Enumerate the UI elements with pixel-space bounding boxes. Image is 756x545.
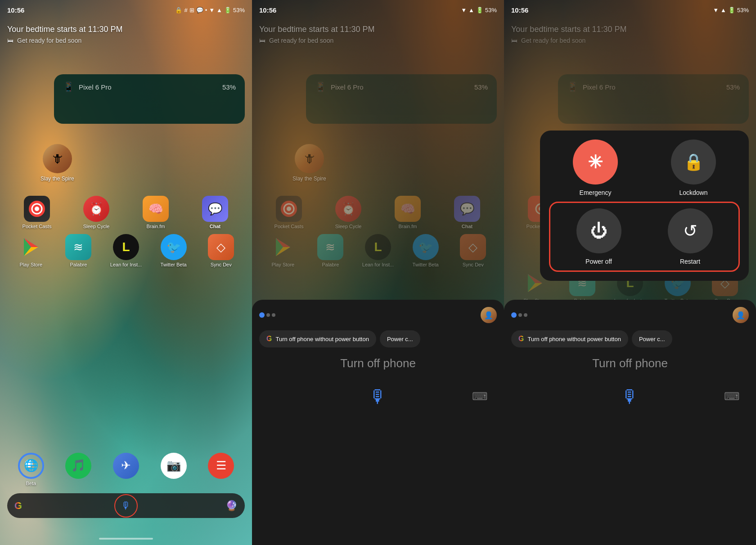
status-icons-1: 🔒 # ⊞ 💬 • ▼ ▲ 🔋 53% xyxy=(175,7,245,14)
lockdown-item[interactable]: 🔒 Lockdown xyxy=(647,140,740,196)
battery-widget-2: 📱 Pixel 6 Pro 53% xyxy=(306,74,497,124)
emergency-item[interactable]: ✳ Emergency xyxy=(549,140,642,196)
bedtime-sub-2: 🛏 Get ready for bed soon xyxy=(259,37,497,44)
restart-label: Restart xyxy=(680,258,700,265)
emergency-icon: ✳ xyxy=(588,152,603,172)
chat-icon: 💬 xyxy=(202,196,228,222)
assistant-mic-area-2: 🎙 ⌨ xyxy=(259,384,497,409)
app-sleep-2: ⏰ Sleep Cycle xyxy=(332,196,365,230)
chip-turn-off-2[interactable]: G Turn off phone without power button xyxy=(259,330,376,347)
bedtime-title-2: Your bedtime starts at 11:30 PM xyxy=(259,25,497,34)
app-play-store[interactable]: Play Store xyxy=(14,234,48,268)
palabre-icon: ≋ xyxy=(65,234,91,260)
svg-point-9 xyxy=(287,207,291,211)
slay-spire-app-2: 🗡 Slay the Spire xyxy=(292,144,326,182)
dock-relay[interactable]: ✈ xyxy=(113,453,139,486)
lean-label: Lean for Inst... xyxy=(110,262,142,268)
messenger-icon-1: 💬 xyxy=(196,7,203,14)
chip-power-2[interactable]: Power c... xyxy=(380,330,420,347)
brain-fm-label: Brain.fm xyxy=(147,224,165,230)
restart-item[interactable]: ↺ Restart xyxy=(647,208,733,265)
app-brain-fm[interactable]: 🧠 Brain.fm xyxy=(139,196,173,230)
assistant-dots-2 xyxy=(259,312,275,318)
lockdown-circle: 🔒 xyxy=(671,140,716,185)
lean-label-2: Lean for Inst... xyxy=(362,262,394,268)
assistant-mic-btn-2[interactable]: 🎙 xyxy=(365,384,391,409)
assistant-bar-1[interactable]: G 🎙 🔮 xyxy=(7,493,245,518)
app-chat[interactable]: 💬 Chat xyxy=(198,196,232,230)
app-lean[interactable]: L Lean for Inst... xyxy=(109,234,143,268)
pc-label-2: Pocket Casts xyxy=(274,224,304,230)
bed-icon-2: 🛏 xyxy=(259,37,266,44)
wifi-icon-2: ▼ xyxy=(461,7,467,14)
bed-icon-3: 🛏 xyxy=(511,37,518,44)
app-pocket-casts[interactable]: Pocket Casts xyxy=(20,196,54,230)
dot-blue xyxy=(259,312,265,318)
lean-icon: L xyxy=(113,234,139,260)
relay-icon: ✈ xyxy=(113,453,139,479)
dot-small xyxy=(266,313,270,317)
chip-label-power-3: Power c... xyxy=(639,336,665,342)
battery-icon-3: 🔋 xyxy=(728,7,735,14)
chat-label-2: Chat xyxy=(462,224,472,230)
keyboard-icon-2[interactable]: ⌨ xyxy=(472,390,488,403)
chip-turn-off-3[interactable]: G Turn off phone without power button xyxy=(511,330,628,347)
battery-widget-row-2: 📱 Pixel 6 Pro 53% xyxy=(315,81,488,92)
battery-widget-row-1: 📱 Pixel 6 Pro 53% xyxy=(63,81,236,92)
assistant-query-2: Turn off phone xyxy=(259,356,497,370)
dock-spotify[interactable]: 🎵 xyxy=(65,453,91,486)
chip-power-3[interactable]: Power c... xyxy=(632,330,672,347)
assistant-mic-icon-3: 🎙 xyxy=(621,387,639,407)
device-icon-1: 📱 xyxy=(63,81,74,92)
chat-label: Chat xyxy=(210,224,220,230)
app-sync-dev[interactable]: ◇ Sync Dev xyxy=(204,234,238,268)
device-name-2: Pixel 6 Pro xyxy=(331,83,470,91)
dock-camera[interactable]: 📷 xyxy=(161,453,187,486)
app-grid-1: Pocket Casts ⏰ Sleep Cycle 🧠 Brain.fm 💬 … xyxy=(7,196,245,268)
sync-2: ◇ Sync Dev xyxy=(456,234,490,268)
slay-spire-avatar-2: 🗡 xyxy=(295,144,324,173)
keyboard-icon-3[interactable]: ⌨ xyxy=(724,390,740,403)
assistant-mic-btn-3[interactable]: 🎙 xyxy=(617,384,643,409)
chip-label-power-2: Power c... xyxy=(387,336,413,342)
poweroff-item[interactable]: ⏻ Power off xyxy=(556,208,642,265)
restart-circle: ↺ xyxy=(668,208,713,253)
app-pocket-casts-2: Pocket Casts xyxy=(272,196,306,230)
assistant-top-2: 👤 xyxy=(259,307,497,323)
status-icons-2: ▼ ▲ 🔋 53% xyxy=(461,7,497,14)
app-palabre[interactable]: ≋ Palabre xyxy=(62,234,95,268)
bedtime-subtitle-1: Get ready for bed soon xyxy=(17,37,81,44)
chip-label-2: Turn off phone without power button xyxy=(275,336,369,342)
slay-spire-app[interactable]: 🗡 Slay the Spire xyxy=(40,144,74,182)
device-pct-1: 53% xyxy=(222,83,236,91)
assistant-query-3: Turn off phone xyxy=(511,356,749,370)
g-icon-2: G xyxy=(266,335,272,343)
app-twitter[interactable]: 🐦 Twitter Beta xyxy=(157,234,190,268)
chat-icon-2: 💬 xyxy=(454,196,480,222)
lens-icon-1[interactable]: 🔮 xyxy=(225,500,238,512)
g-icon-3: G xyxy=(518,335,524,343)
app-grid-2: Pocket Casts ⏰ Sleep Cycle 🧠 Brain.fm 💬 … xyxy=(259,196,497,268)
battery-widget-3: 📱 Pixel 6 Pro 53% xyxy=(558,74,749,124)
dot-small-2 xyxy=(272,313,275,317)
brain-label-2: Brain.fm xyxy=(399,224,417,230)
status-time-1: 10:56 xyxy=(7,6,24,14)
battery-pct-2: 53% xyxy=(485,7,497,14)
emergency-circle: ✳ xyxy=(573,140,618,185)
dock-todoist[interactable]: ☰ xyxy=(208,453,234,486)
assistant-mic-area-3: 🎙 ⌨ xyxy=(511,384,749,409)
battery-widget-row-3: 📱 Pixel 6 Pro 53% xyxy=(567,81,740,92)
assistant-panel-2: 👤 G Turn off phone without power button … xyxy=(252,300,504,545)
mic-button-1[interactable]: 🎙 xyxy=(114,494,138,518)
notification-area-1: Your bedtime starts at 11:30 PM 🛏 Get re… xyxy=(7,25,245,44)
twitter-icon: 🐦 xyxy=(161,234,187,260)
app-sleep-cycle[interactable]: ⏰ Sleep Cycle xyxy=(80,196,113,230)
notification-area-2: Your bedtime starts at 11:30 PM 🛏 Get re… xyxy=(259,25,497,44)
lockdown-icon: 🔒 xyxy=(684,153,704,171)
battery-icon-1: 🔋 xyxy=(224,7,231,14)
twitter-icon-2: 🐦 xyxy=(413,234,439,260)
signal-icon-2: ▲ xyxy=(468,7,474,14)
device-pct-3: 53% xyxy=(726,83,740,91)
dock-chrome[interactable]: 🌐 Beta xyxy=(18,453,44,486)
emergency-label: Emergency xyxy=(580,189,612,196)
